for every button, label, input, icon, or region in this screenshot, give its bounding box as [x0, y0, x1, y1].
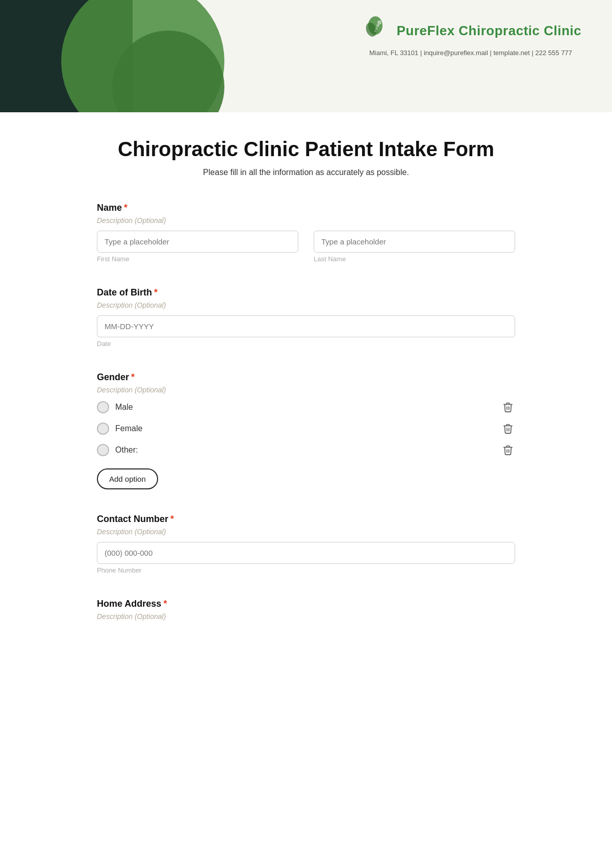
contact-label: Contact Number * [97, 514, 515, 525]
brand-name-text: PureFlex Chiropractic Clinic [397, 23, 581, 39]
contact-required-star: * [170, 514, 174, 525]
section-dob: Date of Birth * Description (Optional) D… [97, 287, 515, 348]
brand-logo-icon [360, 15, 391, 46]
header-logo-row: PureFlex Chiropractic Clinic [360, 15, 581, 46]
gender-option-male: Male [97, 400, 515, 414]
section-gender: Gender * Description (Optional) Male [97, 372, 515, 489]
delete-other-button[interactable] [501, 443, 515, 457]
dob-required-star: * [154, 287, 158, 298]
last-name-hint: Last Name [314, 255, 515, 263]
page-content: Chiropractic Clinic Patient Intake Form … [76, 112, 536, 676]
contact-hint: Phone Number [97, 566, 515, 574]
first-name-hint: First Name [97, 255, 298, 263]
gender-label-male: Male [115, 403, 133, 412]
page-header: PureFlex Chiropractic Clinic Miami, FL 3… [0, 0, 612, 112]
name-fields-row: First Name Last Name [97, 231, 515, 263]
address-description: Description (Optional) [97, 612, 515, 621]
last-name-input[interactable] [314, 231, 515, 253]
add-option-button[interactable]: Add option [97, 468, 158, 489]
section-name: Name * Description (Optional) First Name… [97, 203, 515, 263]
gender-radio-female[interactable] [97, 423, 109, 435]
brand-address-text: Miami, FL 33101 | inquire@pureflex.mail … [360, 49, 581, 57]
svg-point-5 [374, 30, 376, 32]
last-name-col: Last Name [314, 231, 515, 263]
name-description: Description (Optional) [97, 216, 515, 225]
form-subtitle: Please fill in all the information as ac… [97, 168, 515, 177]
gender-option-other-left: Other: [97, 444, 138, 456]
dob-description: Description (Optional) [97, 301, 515, 309]
section-address: Home Address * Description (Optional) [97, 599, 515, 621]
gender-radio-male[interactable] [97, 401, 109, 413]
address-label: Home Address * [97, 599, 515, 609]
gender-option-male-left: Male [97, 401, 133, 413]
dob-input[interactable] [97, 315, 515, 337]
name-required-star: * [124, 203, 128, 213]
dob-label: Date of Birth * [97, 287, 515, 298]
svg-point-3 [376, 24, 379, 27]
gender-required-star: * [131, 372, 135, 383]
gender-description: Description (Optional) [97, 386, 515, 394]
gender-label-other: Other: [115, 445, 138, 455]
contact-description: Description (Optional) [97, 528, 515, 536]
dob-hint: Date [97, 340, 515, 348]
gender-label-female: Female [115, 424, 142, 433]
gender-radio-other[interactable] [97, 444, 109, 456]
section-contact: Contact Number * Description (Optional) … [97, 514, 515, 574]
gender-option-female: Female [97, 421, 515, 436]
address-required-star: * [163, 599, 167, 609]
header-brand-block: PureFlex Chiropractic Clinic Miami, FL 3… [360, 15, 581, 57]
svg-point-2 [377, 20, 381, 24]
first-name-col: First Name [97, 231, 298, 263]
gender-label: Gender * [97, 372, 515, 383]
delete-female-button[interactable] [501, 421, 515, 436]
name-label: Name * [97, 203, 515, 213]
svg-point-4 [375, 28, 377, 30]
gender-option-female-left: Female [97, 423, 142, 435]
contact-input[interactable] [97, 542, 515, 564]
delete-male-button[interactable] [501, 400, 515, 414]
gender-option-other: Other: [97, 443, 515, 457]
first-name-input[interactable] [97, 231, 298, 253]
form-title: Chiropractic Clinic Patient Intake Form [97, 138, 515, 161]
